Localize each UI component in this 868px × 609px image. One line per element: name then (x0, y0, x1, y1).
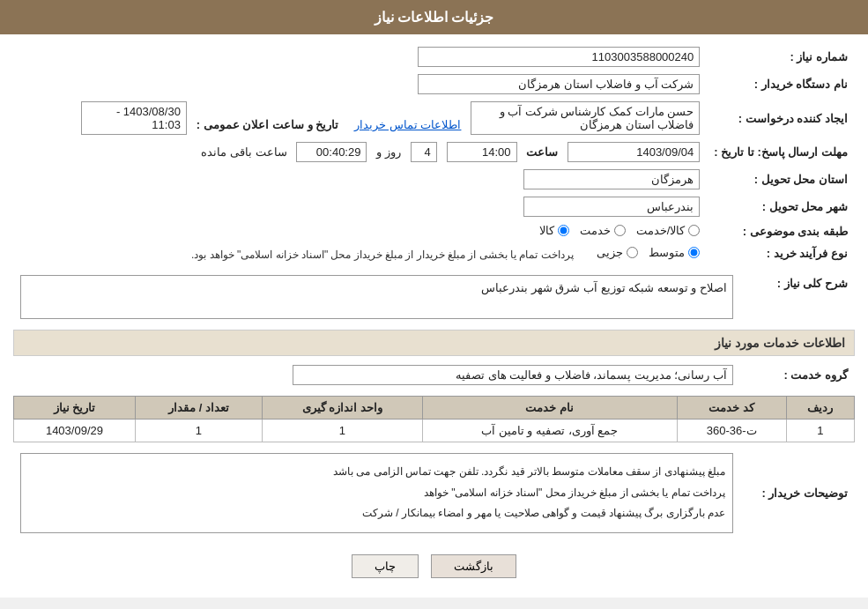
category-radio-goods-service[interactable] (688, 225, 700, 236)
contact-link[interactable]: اطلاعات تماس خریدار (354, 118, 461, 131)
description-table: شرح کلی نیاز : اصلاح و توسعه شبکه توزیع … (13, 271, 855, 323)
city-row: شهر محل تحویل : بندرعباس (13, 193, 855, 220)
process-note: پرداخت تمام یا بخشی از مبلغ خریدار از مب… (191, 249, 574, 261)
page-header: جزئیات اطلاعات نیاز (0, 0, 868, 34)
cell-unit: 1 (263, 420, 423, 442)
service-group-row: گروه خدمت : آب رسانی؛ مدیریت پسماند، فاض… (13, 361, 855, 389)
province-row: استان محل تحویل : هرمزگان (13, 166, 855, 193)
deadline-label: مهلت ارسال پاسخ: تا تاریخ : (707, 138, 855, 166)
category-option-goods-service[interactable]: کالا/خدمت (636, 224, 701, 237)
notes-line: مبلغ پیشنهادی از سقف معاملات متوسط بالات… (28, 463, 725, 482)
deadline-days-field: 4 (411, 142, 437, 162)
notes-field: مبلغ پیشنهادی از سقف معاملات متوسط بالات… (20, 453, 733, 533)
col-quantity: تعداد / مقدار (135, 397, 262, 420)
category-option-goods[interactable]: کالا (539, 224, 569, 237)
cell-service-code: ت-36-360 (677, 420, 786, 442)
cell-row-number: 1 (786, 420, 854, 442)
need-number-field: 1103003588000240 (418, 47, 700, 67)
notes-line: پرداخت تمام یا بخشی از مبلغ خریداز محل "… (28, 484, 725, 503)
description-field: اصلاح و توسعه شبکه توزیع آب شرق شهر بندر… (20, 275, 733, 319)
announcement-date-field: 1403/08/30 - 11:03 (81, 101, 187, 135)
service-group-table: گروه خدمت : آب رسانی؛ مدیریت پسماند، فاض… (13, 361, 855, 389)
buyer-org-value: شرکت آب و فاضلاب استان هرمزگان (13, 71, 707, 98)
service-group-label: گروه خدمت : (740, 361, 855, 389)
category-radio-service[interactable] (614, 225, 626, 236)
notes-line: عدم بارگزاری برگ پیشنهاد قیمت و گواهی صل… (28, 504, 725, 524)
col-service-code: کد خدمت (677, 397, 786, 420)
items-table-header: ردیف کد خدمت نام خدمت واحد اندازه گیری ت… (14, 397, 855, 420)
category-radio-goods[interactable] (558, 225, 569, 236)
items-header-row: ردیف کد خدمت نام خدمت واحد اندازه گیری ت… (14, 397, 855, 420)
buyer-org-field: شرکت آب و فاضلاب استان هرمزگان (418, 74, 700, 94)
description-label: شرح کلی نیاز : (740, 271, 855, 323)
requester-label: ایجاد کننده درخواست : (707, 98, 855, 138)
time-label: ساعت (526, 145, 558, 159)
items-table-body: 1 ت-36-360 جمع آوری، تصفیه و تامین آب 1 … (14, 420, 855, 442)
deadline-remaining-field: 00:40:29 (296, 142, 367, 162)
table-row: 1 ت-36-360 جمع آوری، تصفیه و تامین آب 1 … (14, 420, 855, 442)
province-field: هرمزگان (523, 169, 700, 189)
category-option-service[interactable]: خدمت (580, 224, 626, 237)
deadline-date-field: 1403/09/04 (568, 142, 700, 162)
process-type-label: نوع فرآیند خرید : (707, 242, 855, 264)
services-section-header: اطلاعات خدمات مورد نیاز (13, 330, 855, 356)
process-option-minor[interactable]: جزیی (597, 246, 638, 259)
back-button[interactable]: بازگشت (431, 554, 516, 578)
service-group-field: آب رسانی؛ مدیریت پسماند، فاضلاب و فعالیت… (293, 365, 733, 385)
category-radio-group: کالا/خدمت خدمت کالا (539, 224, 701, 237)
page-container: جزئیات اطلاعات نیاز شماره نیاز : 1103003… (0, 0, 868, 598)
cell-service-name: جمع آوری، تصفیه و تامین آب (422, 420, 677, 442)
process-radio-group: متوسط جزیی (597, 246, 700, 259)
col-unit: واحد اندازه گیری (263, 397, 423, 420)
service-group-value: آب رسانی؛ مدیریت پسماند، فاضلاب و فعالیت… (13, 361, 740, 389)
deadline-value: 1403/09/04 ساعت 14:00 4 روز و (13, 138, 707, 166)
requester-value: حسن مارات کمک کارشناس شرکت آب و فاضلاب ا… (13, 98, 707, 138)
process-radio-medium[interactable] (688, 247, 700, 258)
page-title: جزئیات اطلاعات نیاز (375, 10, 494, 25)
category-label: طبقه بندی موضوعی : (707, 220, 855, 242)
button-row: بازگشت چاپ (13, 544, 855, 589)
col-row-number: ردیف (786, 397, 854, 420)
buyer-org-label: نام دستگاه خریدار : (707, 71, 855, 98)
notes-row: توضیحات خریدار : مبلغ پیشنهادی از سقف مع… (13, 449, 855, 537)
category-value: کالا/خدمت خدمت کالا (13, 220, 707, 242)
col-date: تاریخ نیاز (14, 397, 136, 420)
days-label: روز و (376, 145, 401, 159)
need-number-row: شماره نیاز : 1103003588000240 (13, 43, 855, 71)
province-label: استان محل تحویل : (707, 166, 855, 193)
notes-table: توضیحات خریدار : مبلغ پیشنهادی از سقف مع… (13, 449, 855, 537)
notes-cell: مبلغ پیشنهادی از سقف معاملات متوسط بالات… (13, 449, 740, 537)
content-area: شماره نیاز : 1103003588000240 نام دستگاه… (0, 34, 868, 598)
process-type-row: نوع فرآیند خرید : متوسط جزیی پرداخت (13, 242, 855, 264)
buyer-org-row: نام دستگاه خریدار : شرکت آب و فاضلاب است… (13, 71, 855, 98)
province-value: هرمزگان (13, 166, 707, 193)
info-table: شماره نیاز : 1103003588000240 نام دستگاه… (13, 43, 855, 264)
city-value: بندرعباس (13, 193, 707, 220)
requester-field: حسن مارات کمک کارشناس شرکت آب و فاضلاب ا… (471, 101, 700, 135)
process-type-value: متوسط جزیی پرداخت تمام یا بخشی از مبلغ خ… (13, 242, 707, 264)
city-label: شهر محل تحویل : (707, 193, 855, 220)
process-option-medium[interactable]: متوسط (649, 246, 700, 259)
deadline-row: مهلت ارسال پاسخ: تا تاریخ : 1403/09/04 س… (13, 138, 855, 166)
print-button[interactable]: چاپ (352, 554, 419, 578)
description-row: شرح کلی نیاز : اصلاح و توسعه شبکه توزیع … (13, 271, 855, 323)
announcement-date-label: تاریخ و ساعت اعلان عمومی : (197, 118, 338, 131)
cell-date: 1403/09/29 (14, 420, 136, 442)
cell-quantity: 1 (135, 420, 262, 442)
remaining-suffix: ساعت باقی مانده (201, 145, 286, 159)
city-field: بندرعباس (523, 197, 700, 217)
requester-row: ایجاد کننده درخواست : حسن مارات کمک کارش… (13, 98, 855, 138)
col-service-name: نام خدمت (422, 397, 677, 420)
category-row: طبقه بندی موضوعی : کالا/خدمت خدمت (13, 220, 855, 242)
process-radio-minor[interactable] (627, 247, 638, 258)
deadline-time-field: 14:00 (447, 142, 517, 162)
notes-label: توضیحات خریدار : (740, 449, 855, 537)
items-table: ردیف کد خدمت نام خدمت واحد اندازه گیری ت… (13, 396, 855, 442)
need-number-value: 1103003588000240 (13, 43, 707, 71)
description-cell: اصلاح و توسعه شبکه توزیع آب شرق شهر بندر… (13, 271, 740, 323)
need-number-label: شماره نیاز : (707, 43, 855, 71)
